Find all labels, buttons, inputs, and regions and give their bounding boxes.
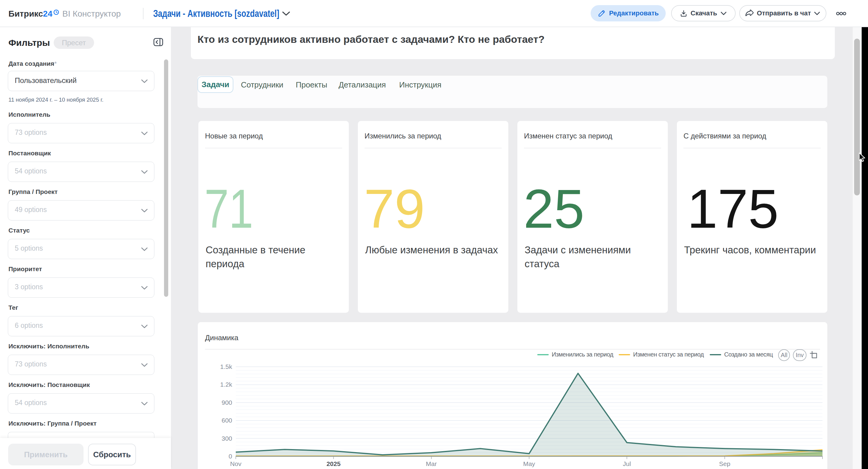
svg-text:Jul: Jul xyxy=(623,460,631,467)
svg-text:2025: 2025 xyxy=(327,460,341,467)
svg-text:0: 0 xyxy=(228,453,232,460)
svg-text:600: 600 xyxy=(222,417,232,424)
svg-text:Mar: Mar xyxy=(426,460,437,467)
svg-text:900: 900 xyxy=(222,399,232,406)
svg-text:1.5k: 1.5k xyxy=(220,363,232,370)
svg-text:Sep: Sep xyxy=(719,460,730,467)
svg-text:Nov: Nov xyxy=(230,460,242,467)
svg-text:May: May xyxy=(523,460,535,467)
svg-text:1.2k: 1.2k xyxy=(220,381,232,388)
svg-text:300: 300 xyxy=(222,435,232,442)
